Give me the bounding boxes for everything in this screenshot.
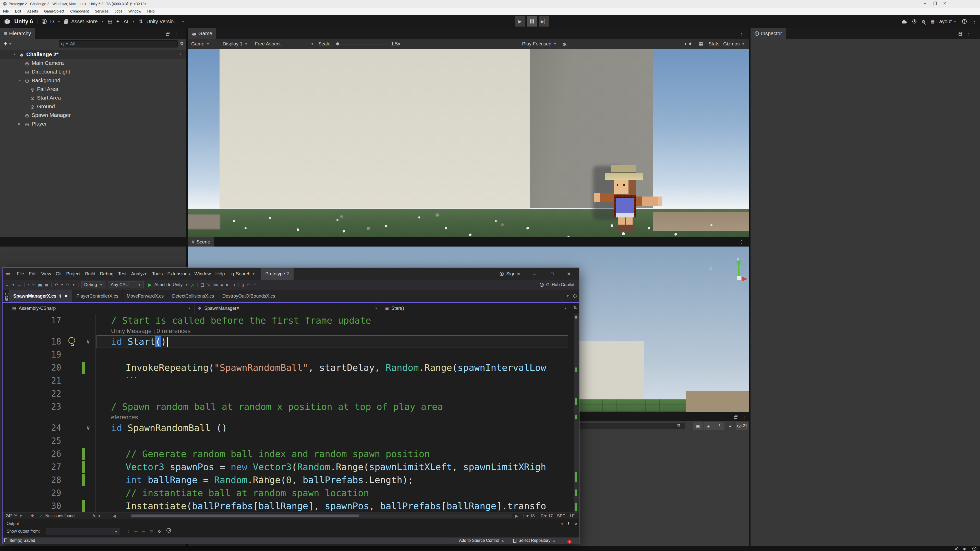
output-icon[interactable]: ≑ [127, 529, 130, 534]
line-number[interactable]: 23 [36, 400, 61, 413]
output-close-icon[interactable]: ✕ [574, 521, 578, 526]
help-icon[interactable]: ? [962, 19, 967, 24]
tab-settings-icon[interactable] [573, 295, 576, 298]
hierarchy-item-start-area[interactable]: Start Area [0, 94, 186, 102]
close-button[interactable]: ✕ [941, 1, 948, 6]
code-editor[interactable]: 17/ Start is called before the first fra… [3, 314, 579, 513]
code-line-22[interactable]: 22 [3, 387, 574, 400]
hierarchy-item-directional-light[interactable]: Directional Light [0, 67, 186, 76]
attach-to-unity-button[interactable]: Attach to Unity [154, 282, 183, 287]
ai-button[interactable]: AI [124, 19, 129, 24]
vs-minimize-button[interactable]: – [533, 271, 536, 277]
output-source-dropdown[interactable]: ▼ [46, 528, 120, 535]
vs-menu-file[interactable]: File [14, 271, 27, 277]
pin-icon[interactable] [59, 294, 62, 298]
output-icon[interactable]: ⇥ [142, 529, 145, 534]
new-file-icon[interactable]: ▫ [27, 283, 29, 287]
menu-jobs[interactable]: Jobs [111, 9, 125, 13]
navbar-project-dropdown[interactable]: ▤ Assembly-CSharp ▼ [9, 303, 194, 314]
vs-menu-git[interactable]: Git [53, 271, 64, 277]
filter-by-type-icon[interactable]: ▣ [693, 422, 703, 430]
open-search-icon[interactable]: ⧉ [677, 423, 680, 427]
code-line-25[interactable]: 25 [3, 434, 574, 448]
line-number[interactable]: 25 [36, 434, 61, 448]
fold-chevron-icon[interactable]: ∨ [86, 421, 90, 434]
menu-component[interactable]: Component [67, 9, 92, 13]
open-in-window-icon[interactable]: ⧉ [180, 41, 183, 46]
line-number[interactable]: 22 [36, 387, 61, 400]
favorites-icon[interactable]: ★ [725, 422, 735, 430]
hierarchy-item-spawn-manager[interactable]: Spawn Manager [0, 111, 186, 119]
vs-menu-window[interactable]: Window [192, 271, 213, 277]
hierarchy-item-ground[interactable]: Ground [0, 102, 186, 111]
code-line-29[interactable]: 29// instantiate ball at random spawn lo… [3, 486, 574, 499]
sign-in-button[interactable]: Sign in [499, 271, 520, 277]
play-button[interactable]: ▶ [515, 16, 525, 27]
vs-close-button[interactable]: ✕ [567, 271, 571, 277]
line-number[interactable]: 18 [36, 335, 61, 348]
scene-menu-icon[interactable]: ⋮ [739, 239, 744, 245]
close-tab-icon[interactable]: ✕ [64, 293, 68, 299]
more-menu-icon[interactable]: ⋮ [972, 19, 977, 24]
toolbar-icon[interactable]: ⇥ [232, 283, 235, 287]
scale-slider[interactable] [335, 39, 388, 49]
line-number[interactable]: 30 [36, 499, 61, 513]
step-button[interactable]: ▶▏ [539, 16, 549, 27]
vs-menu-debug[interactable]: Debug [97, 271, 116, 277]
menu-edit[interactable]: Edit [12, 9, 24, 13]
display-dropdown[interactable]: Display 1▼ [223, 39, 248, 49]
output-icon[interactable]: ≣ [150, 529, 153, 534]
code-line-28[interactable]: 28int ballRange = Random.Range(0, ballPr… [3, 473, 574, 486]
code-line-30[interactable]: 30Instantiate(ballPrefabs[ballRange], sp… [3, 499, 574, 513]
navbar-type-dropdown[interactable]: ❖ SpawnManagerX ▼ [194, 303, 381, 314]
select-repository-button[interactable]: Select Repository▲ [513, 538, 555, 543]
undo-icon[interactable]: ↶ [55, 283, 58, 287]
add-gameobject-button[interactable]: + [3, 40, 7, 48]
vs-tab-spawnmanagerx-cs[interactable]: SpawnManagerX.cs✕ [9, 290, 72, 302]
editor-hscrollbar[interactable] [130, 514, 512, 518]
scroll-left-icon[interactable]: ◀ [113, 513, 116, 519]
vs-menu-edit[interactable]: Edit [27, 271, 39, 277]
add-to-source-control-button[interactable]: ↑Add to Source Control▲ [455, 538, 504, 543]
filter-by-label-icon[interactable]: ◈ [703, 422, 714, 430]
start-without-debug-icon[interactable]: ▷ [191, 282, 194, 287]
search-icon[interactable] [922, 20, 925, 23]
account-icon[interactable] [41, 19, 47, 24]
hierarchy-item-player[interactable]: ▶Player [0, 119, 186, 128]
navbar-member-dropdown[interactable]: ▣ Start() ▼ [381, 303, 572, 314]
stats-button[interactable]: Stats [708, 39, 719, 49]
code-line-17[interactable]: 17/ Start is called before the first fra… [3, 314, 574, 327]
vs-tab-destroyoutofboundsx-cs[interactable]: DestroyOutOfBoundsX.cs [218, 290, 279, 302]
background-activity-icon[interactable]: ◉ [963, 547, 966, 551]
output-caret-icon[interactable]: ▼ [561, 522, 564, 526]
save-all-icon[interactable]: ▤ [45, 283, 48, 287]
vsync-grid-icon[interactable]: ▦ [699, 39, 703, 49]
split-editor-icon[interactable]: ⇅ [573, 305, 577, 311]
scroll-right-icon[interactable]: ▶ [515, 513, 518, 519]
solution-platform-dropdown[interactable]: Any CPU▼ [108, 281, 144, 288]
output-pin-icon[interactable] [567, 521, 570, 525]
line-indicator[interactable]: Ln: 18 [523, 513, 535, 519]
code-line-19[interactable]: 19 [3, 348, 574, 361]
vs-tab-moveforwardx-cs[interactable]: MoveForwardX.cs [123, 290, 168, 302]
hierarchy-item-background[interactable]: ▼Background [0, 76, 186, 85]
expander-icon[interactable]: ▼ [13, 52, 16, 56]
next-bookmark-icon[interactable]: ↷ [253, 283, 256, 287]
eol-indicator[interactable]: LF [570, 513, 574, 519]
inspector-lock-icon[interactable] [959, 33, 962, 36]
account-initial[interactable]: D [50, 19, 54, 24]
vs-tab-detectcollisionsx-cs[interactable]: DetectCollisionsX.cs [168, 290, 218, 302]
restore-button[interactable]: ❐ [931, 1, 939, 6]
tab-inspector[interactable]: i Inspector [751, 28, 786, 39]
line-number[interactable]: 21 [36, 374, 61, 387]
prev-bookmark-icon[interactable]: ↶ [247, 283, 250, 287]
navigate-back-icon[interactable]: ← [5, 283, 9, 287]
tab-game[interactable]: Game [188, 28, 216, 39]
line-number[interactable]: 27 [36, 460, 61, 473]
tab-hierarchy[interactable]: ≡ Hierarchy [0, 28, 35, 39]
project-lock-icon[interactable] [734, 416, 737, 419]
history-icon[interactable] [912, 19, 916, 24]
debugger-icon[interactable]: ж [955, 547, 957, 551]
line-number[interactable]: 20 [36, 361, 61, 374]
share-icon[interactable]: ❖ [31, 513, 34, 519]
